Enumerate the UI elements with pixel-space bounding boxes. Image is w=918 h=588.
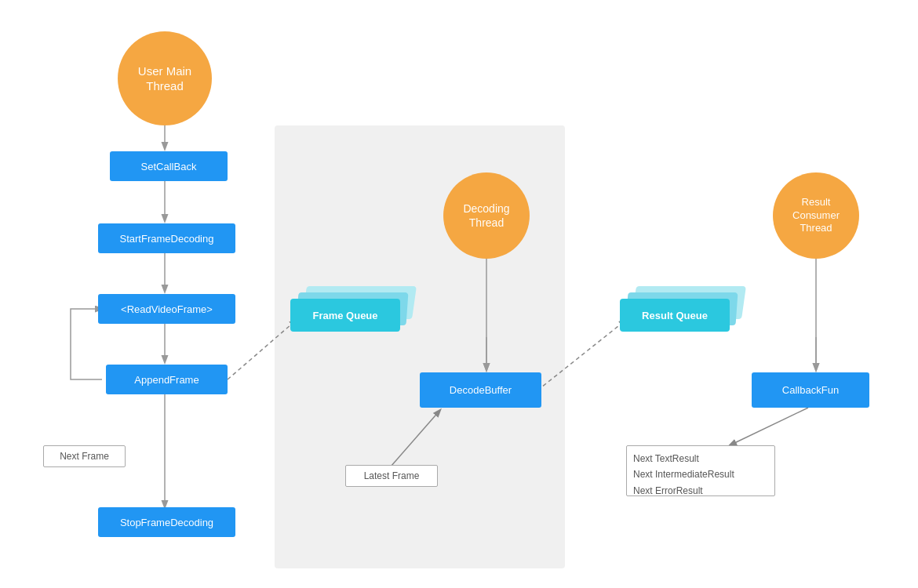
diagram: User Main Thread SetCallBack StartFrameD… — [0, 0, 918, 588]
frame-queue-front: Frame Queue — [290, 299, 400, 332]
frame-queue-node: Frame Queue — [290, 286, 416, 337]
callback-fun-node: CallbackFun — [752, 372, 869, 408]
next-results-label: Next TextResult Next IntermediateResult … — [626, 445, 775, 496]
decode-buffer-node: DecodeBuffer — [420, 372, 541, 408]
read-video-frame-node: <ReadVideoFrame> — [98, 294, 235, 324]
decoding-thread-node: Decoding Thread — [443, 172, 530, 259]
set-callback-node: SetCallBack — [110, 151, 228, 181]
append-frame-node: AppendFrame — [106, 365, 228, 394]
latest-frame-label: Latest Frame — [345, 465, 438, 487]
user-main-thread-node: User Main Thread — [118, 31, 212, 125]
start-frame-decoding-node: StartFrameDecoding — [98, 223, 235, 253]
result-queue-node: Result Queue — [620, 286, 745, 337]
stop-frame-decoding-node: StopFrameDecoding — [98, 507, 235, 537]
result-queue-front: Result Queue — [620, 299, 730, 332]
svg-line-12 — [730, 408, 808, 445]
next-frame-label: Next Frame — [43, 445, 126, 467]
result-consumer-thread-node: Result Consumer Thread — [773, 172, 859, 259]
